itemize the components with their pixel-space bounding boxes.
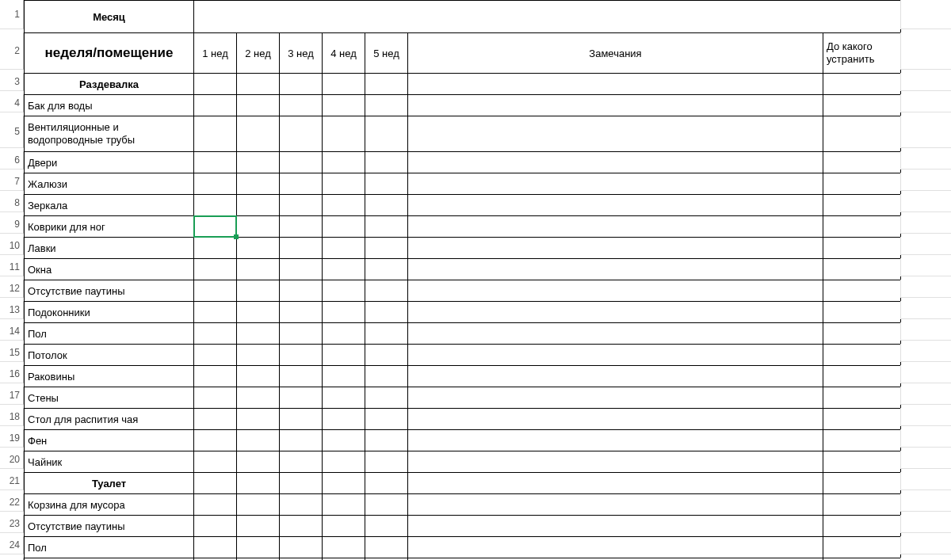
- week-cell[interactable]: [279, 151, 323, 173]
- item-label[interactable]: Корзина для мусора: [24, 493, 194, 516]
- header-notes[interactable]: Замечания: [407, 32, 823, 74]
- row-number[interactable]: 22: [0, 493, 24, 512]
- week-cell[interactable]: [236, 94, 280, 116]
- week-cell[interactable]: [279, 515, 323, 537]
- notes-cell[interactable]: [407, 116, 823, 152]
- item-label[interactable]: Вентиляционные и водопроводные трубы: [24, 116, 194, 152]
- week-cell[interactable]: [322, 322, 365, 345]
- week-cell[interactable]: [236, 280, 280, 302]
- week-cell[interactable]: [279, 536, 323, 558]
- notes-cell[interactable]: [407, 237, 823, 259]
- week-cell[interactable]: [236, 116, 280, 152]
- week-cell[interactable]: [322, 387, 365, 409]
- notes-cell[interactable]: [407, 387, 823, 409]
- week-cell[interactable]: [236, 151, 280, 173]
- deadline-cell[interactable]: [823, 344, 901, 366]
- week-cell[interactable]: [322, 301, 365, 323]
- notes-cell[interactable]: [407, 215, 823, 238]
- deadline-cell[interactable]: [823, 173, 901, 195]
- deadline-cell[interactable]: [823, 472, 901, 494]
- item-label[interactable]: Пол: [24, 322, 194, 345]
- row-number[interactable]: 19: [0, 429, 24, 448]
- notes-cell[interactable]: [407, 322, 823, 345]
- week-cell[interactable]: [193, 451, 237, 473]
- row-number[interactable]: 16: [0, 365, 24, 383]
- week-cell[interactable]: [279, 194, 323, 216]
- week-cell[interactable]: [193, 116, 237, 152]
- week-cell[interactable]: [365, 408, 408, 430]
- empty-cell[interactable]: [900, 258, 951, 276]
- week-cell[interactable]: [236, 515, 280, 537]
- notes-cell[interactable]: [407, 493, 823, 516]
- week-cell[interactable]: [322, 151, 365, 173]
- week-cell[interactable]: [236, 365, 280, 387]
- week-cell[interactable]: [322, 451, 365, 473]
- week-cell[interactable]: [365, 194, 408, 216]
- row-number[interactable]: 23: [0, 515, 24, 533]
- week-cell[interactable]: [365, 301, 408, 323]
- week-cell[interactable]: [279, 73, 323, 95]
- empty-cell[interactable]: [900, 365, 951, 383]
- row-number[interactable]: 24: [0, 536, 24, 554]
- row-number[interactable]: 18: [0, 408, 24, 426]
- empty-cell[interactable]: [900, 536, 951, 554]
- week-cell[interactable]: [365, 173, 408, 195]
- week-cell[interactable]: [322, 429, 365, 451]
- deadline-cell[interactable]: [823, 73, 901, 95]
- week-cell[interactable]: [279, 258, 323, 280]
- deadline-cell[interactable]: [823, 116, 901, 152]
- header-week[interactable]: 4 нед: [322, 32, 365, 74]
- header-week[interactable]: 5 нед: [365, 32, 408, 74]
- empty-cell[interactable]: [900, 116, 951, 148]
- deadline-cell[interactable]: [823, 408, 901, 430]
- section-header[interactable]: Раздевалка: [24, 73, 194, 95]
- week-cell[interactable]: [279, 280, 323, 302]
- week-cell[interactable]: [193, 344, 237, 366]
- empty-cell[interactable]: [900, 32, 951, 70]
- item-label[interactable]: Раковины: [24, 365, 194, 387]
- week-cell[interactable]: [193, 429, 237, 451]
- week-cell[interactable]: [322, 493, 365, 516]
- header-deadline[interactable]: До какого устранить: [823, 32, 901, 74]
- week-cell[interactable]: [365, 215, 408, 238]
- item-label[interactable]: Стол для распития чая: [24, 408, 194, 430]
- week-cell[interactable]: [322, 73, 365, 95]
- week-cell[interactable]: [322, 536, 365, 558]
- item-label[interactable]: Окна: [24, 258, 194, 280]
- item-label[interactable]: Отсутствие паутины: [24, 515, 194, 537]
- header-week[interactable]: 3 нед: [279, 32, 323, 74]
- item-label[interactable]: Двери: [24, 151, 194, 173]
- row-number[interactable]: 20: [0, 451, 24, 469]
- week-cell[interactable]: [236, 173, 280, 195]
- item-label[interactable]: Чайник: [24, 451, 194, 473]
- week-cell[interactable]: [279, 408, 323, 430]
- week-cell[interactable]: [193, 408, 237, 430]
- deadline-cell[interactable]: [823, 301, 901, 323]
- week-cell[interactable]: [365, 94, 408, 116]
- week-cell[interactable]: [322, 215, 365, 238]
- deadline-cell[interactable]: [823, 515, 901, 537]
- row-number[interactable]: 13: [0, 301, 24, 319]
- week-cell[interactable]: [236, 237, 280, 259]
- week-cell[interactable]: [365, 280, 408, 302]
- week-cell[interactable]: [193, 215, 237, 238]
- row-number[interactable]: 6: [0, 151, 24, 170]
- row-number[interactable]: 7: [0, 173, 24, 191]
- deadline-cell[interactable]: [823, 194, 901, 216]
- week-cell[interactable]: [236, 215, 280, 238]
- item-label[interactable]: Бак для воды: [24, 94, 194, 116]
- week-cell[interactable]: [322, 94, 365, 116]
- week-cell[interactable]: [236, 408, 280, 430]
- week-cell[interactable]: [365, 237, 408, 259]
- item-label[interactable]: Потолок: [24, 344, 194, 366]
- week-cell[interactable]: [279, 451, 323, 473]
- empty-cell[interactable]: [900, 173, 951, 191]
- row-number[interactable]: 9: [0, 215, 24, 234]
- week-cell[interactable]: [236, 322, 280, 345]
- week-cell[interactable]: [279, 322, 323, 345]
- empty-cell[interactable]: [900, 280, 951, 298]
- notes-cell[interactable]: [407, 429, 823, 451]
- week-cell[interactable]: [322, 237, 365, 259]
- week-cell[interactable]: [236, 472, 280, 494]
- week-cell[interactable]: [193, 258, 237, 280]
